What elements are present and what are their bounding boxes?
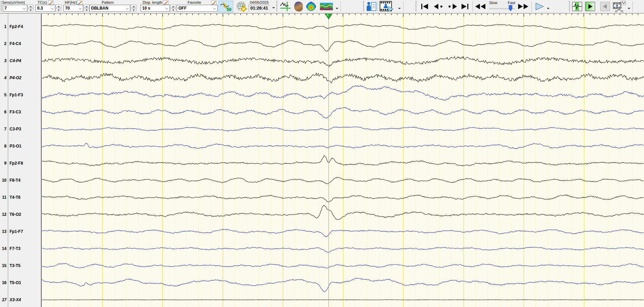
pattern-spin-up-button[interactable] bbox=[131, 4, 136, 8]
channel-row[interactable]: 4 P4-O2 bbox=[0, 75, 41, 81]
hf-spin-down-button[interactable] bbox=[84, 8, 89, 12]
tc-combobox[interactable]: 0.3 bbox=[35, 5, 55, 12]
toolbar-grip[interactable] bbox=[276, 1, 277, 12]
channel-number: 14 bbox=[0, 246, 6, 251]
speed-slider-thumb[interactable] bbox=[509, 5, 512, 11]
eeg-review-button[interactable] bbox=[572, 1, 583, 12]
sens-value: 7 bbox=[3, 6, 23, 11]
favorite-combobox[interactable]: OFF bbox=[177, 5, 218, 12]
channel-label[interactable]: Fp2-F8 bbox=[10, 161, 23, 166]
topo-map-button[interactable] bbox=[306, 1, 317, 12]
tc-spin-down-button[interactable] bbox=[56, 8, 61, 12]
channel-number: 4 bbox=[0, 75, 6, 80]
analysis-overflow-arrow[interactable] bbox=[335, 7, 338, 10]
tc-edit-pencil-icon[interactable] bbox=[48, 0, 54, 5]
channel-number: 17 bbox=[0, 297, 6, 302]
sens-spin-up-button[interactable] bbox=[28, 4, 33, 8]
channel-row[interactable]: 11 T4-T6 bbox=[0, 194, 41, 200]
channel-label[interactable]: Fp2-F4 bbox=[10, 24, 23, 29]
channel-row[interactable]: 9 Fp2-F8 bbox=[0, 160, 41, 166]
favorite-edit-pencil-icon[interactable] bbox=[211, 0, 217, 5]
channel-label[interactable]: F3-C3 bbox=[10, 110, 21, 114]
channel-row[interactable]: 16 T5-O1 bbox=[0, 280, 41, 286]
display-length-spin-up-button[interactable] bbox=[170, 4, 176, 8]
channel-label[interactable]: T4-T6 bbox=[10, 195, 20, 200]
patient-info-button[interactable] bbox=[366, 1, 377, 12]
channel-row[interactable]: 12 T6-O2 bbox=[0, 211, 41, 218]
play-review-button[interactable] bbox=[585, 1, 596, 12]
skip-to-start-button[interactable] bbox=[420, 1, 430, 12]
display-length-spin-down-button[interactable] bbox=[170, 8, 176, 12]
notch-filter-button[interactable]: 50 bbox=[218, 1, 233, 12]
sens-combobox[interactable]: 7 bbox=[3, 5, 27, 12]
hf-label: HF(Hz) bbox=[65, 0, 77, 4]
film-scissors-icon bbox=[613, 1, 626, 12]
channel-number: 11 bbox=[0, 195, 6, 200]
display-length-label: Disp. length bbox=[143, 0, 162, 4]
channel-label[interactable]: Fp1-F3 bbox=[10, 93, 23, 97]
channel-label[interactable]: F7-T3 bbox=[10, 246, 20, 251]
toolbar: Sens(uV/mm) 7 TC(s) 0.3 HF(Hz) 70 bbox=[0, 0, 644, 14]
channel-label[interactable]: X3-X4 bbox=[10, 297, 21, 302]
display-length-combobox[interactable]: 10 s bbox=[141, 5, 170, 12]
fast-forward-button[interactable] bbox=[517, 1, 529, 12]
channel-label[interactable]: T6-O2 bbox=[10, 212, 21, 217]
time-display[interactable]: 01:26:41 bbox=[249, 5, 270, 11]
channel-label[interactable]: F8-T4 bbox=[10, 178, 20, 183]
channel-row[interactable]: 14 F7-T3 bbox=[0, 246, 41, 252]
spectrogram-button[interactable] bbox=[319, 1, 334, 12]
hf-edit-pencil-icon[interactable] bbox=[77, 0, 83, 5]
event-marker-button[interactable] bbox=[279, 1, 291, 12]
channel-row[interactable]: 3 C4-P4 bbox=[0, 58, 41, 64]
channel-label[interactable]: F4-C4 bbox=[10, 41, 21, 46]
channel-row[interactable]: 8 P3-O1 bbox=[0, 143, 41, 149]
video-clip-button[interactable] bbox=[613, 1, 626, 12]
pattern-spin-down-button[interactable] bbox=[131, 8, 136, 12]
channel-row[interactable]: 15 T3-T5 bbox=[0, 263, 41, 269]
toolbar-grip[interactable] bbox=[363, 1, 364, 12]
channel-row[interactable]: 2 F4-C4 bbox=[0, 41, 41, 47]
channel-label[interactable]: C3-P3 bbox=[10, 127, 21, 131]
chevron-down-icon bbox=[50, 7, 53, 10]
tc-spin-up-button[interactable] bbox=[56, 4, 61, 8]
toolbar-grip[interactable] bbox=[1, 1, 2, 12]
play-button[interactable] bbox=[534, 1, 545, 12]
step-forward-button[interactable] bbox=[446, 1, 458, 12]
channel-number: 8 bbox=[0, 144, 6, 149]
channel-label[interactable]: P4-O2 bbox=[10, 75, 21, 80]
skip-to-end-button[interactable] bbox=[459, 1, 470, 12]
play-back-review-button-disabled[interactable] bbox=[600, 1, 611, 12]
channel-row[interactable]: 6 F3-C3 bbox=[0, 109, 41, 115]
notch-filter-icon: 50 bbox=[219, 1, 232, 12]
channel-label[interactable]: T3-T5 bbox=[10, 263, 20, 268]
montage-settings-button[interactable] bbox=[235, 1, 248, 12]
rewind-button[interactable] bbox=[474, 1, 486, 12]
sens-spin-down-button[interactable] bbox=[28, 8, 33, 12]
step-back-button[interactable] bbox=[433, 1, 445, 12]
datetime-dropdown-arrow[interactable] bbox=[272, 6, 275, 10]
eeg-canvas[interactable] bbox=[42, 13, 644, 307]
channel-label[interactable]: T5-O1 bbox=[10, 280, 21, 285]
hf-combobox[interactable]: 70 bbox=[63, 5, 83, 12]
svg-text:50: 50 bbox=[227, 7, 232, 12]
channel-row[interactable]: 17 X3-X4 bbox=[0, 297, 41, 303]
channel-row[interactable]: 10 F8-T4 bbox=[0, 177, 41, 183]
channel-label[interactable]: C4-P4 bbox=[10, 58, 21, 63]
head-3d-button[interactable] bbox=[293, 1, 304, 12]
channel-label[interactable]: P3-O1 bbox=[10, 144, 21, 149]
play-overflow-arrow[interactable] bbox=[546, 7, 550, 10]
hf-spin-up-button[interactable] bbox=[84, 4, 89, 8]
video-overflow-arrow[interactable] bbox=[398, 7, 401, 10]
spectrogram-icon bbox=[320, 3, 333, 10]
toolbar-grip[interactable] bbox=[569, 1, 570, 12]
pattern-combobox[interactable]: DBLBAN bbox=[89, 5, 130, 12]
channel-row[interactable]: 1 Fp2-F4 bbox=[0, 24, 41, 30]
channel-row[interactable]: 7 C3-P3 bbox=[0, 126, 41, 132]
display-length-edit-pencil-icon[interactable] bbox=[163, 0, 169, 5]
clip-overflow-arrow[interactable] bbox=[627, 7, 630, 10]
channel-label[interactable]: Fp1-F7 bbox=[10, 229, 23, 234]
channel-row[interactable]: 13 Fp1-F7 bbox=[0, 228, 41, 235]
toolbar-grip[interactable] bbox=[415, 1, 416, 12]
video-button[interactable] bbox=[379, 1, 394, 12]
channel-row[interactable]: 5 Fp1-F3 bbox=[0, 92, 41, 98]
